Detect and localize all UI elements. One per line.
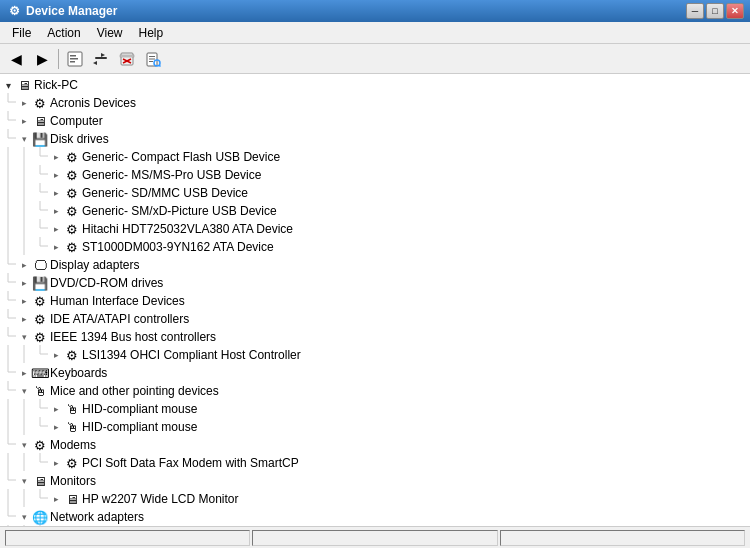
update-driver-button[interactable] xyxy=(89,47,113,71)
tree-expander-disk-drives[interactable]: ▾ xyxy=(16,131,32,147)
main-content: ▾ 🖥 Rick-PC ▸ ⚙ Acronis Devices ▸ 🖥 Comp… xyxy=(0,74,750,526)
tree-node-acronis[interactable]: ▸ ⚙ Acronis Devices xyxy=(0,94,750,112)
tree-expander-ms-pro[interactable]: ▸ xyxy=(48,167,64,183)
node-icon-st1000: ⚙ xyxy=(64,239,80,255)
tree-node-monitors[interactable]: ▾ 🖥 Monitors xyxy=(0,472,750,490)
node-icon-display-adapters: 🖵 xyxy=(32,257,48,273)
tree-expander-display-adapters[interactable]: ▸ xyxy=(16,257,32,273)
back-button[interactable]: ◀ xyxy=(4,47,28,71)
tree-expander-cf-usb[interactable]: ▸ xyxy=(48,149,64,165)
tree-expander-sm-xd[interactable]: ▸ xyxy=(48,203,64,219)
tree-node-dvd[interactable]: ▸ 💾 DVD/CD-ROM drives xyxy=(0,274,750,292)
window-title: Device Manager xyxy=(26,4,686,18)
status-panel-3 xyxy=(500,530,745,546)
menu-bar: File Action View Help xyxy=(0,22,750,44)
device-tree[interactable]: ▾ 🖥 Rick-PC ▸ ⚙ Acronis Devices ▸ 🖥 Comp… xyxy=(0,74,750,526)
node-label-hitachi: Hitachi HDT725032VLA380 ATA Device xyxy=(82,222,293,236)
tree-node-sm-xd[interactable]: ▸ ⚙ Generic- SM/xD-Picture USB Device xyxy=(0,202,750,220)
node-icon-sm-xd: ⚙ xyxy=(64,203,80,219)
node-icon-dvd: 💾 xyxy=(32,275,48,291)
node-label-computer: Computer xyxy=(50,114,103,128)
node-label-disk-drives: Disk drives xyxy=(50,132,109,146)
tree-node-ide[interactable]: ▸ ⚙ IDE ATA/ATAPI controllers xyxy=(0,310,750,328)
tree-node-hp-monitor[interactable]: ▸ 🖥 HP w2207 Wide LCD Monitor xyxy=(0,490,750,508)
tree-expander-lsi1394[interactable]: ▸ xyxy=(48,347,64,363)
tree-node-hid[interactable]: ▸ ⚙ Human Interface Devices xyxy=(0,292,750,310)
tree-expander-hitachi[interactable]: ▸ xyxy=(48,221,64,237)
tree-expander-computer[interactable]: ▸ xyxy=(16,113,32,129)
uninstall-button[interactable] xyxy=(115,47,139,71)
node-icon-hid-mouse2: 🖱 xyxy=(64,419,80,435)
tree-node-cf-usb[interactable]: ▸ ⚙ Generic- Compact Flash USB Device xyxy=(0,148,750,166)
menu-action[interactable]: Action xyxy=(39,24,88,42)
tree-expander-hid-mouse2[interactable]: ▸ xyxy=(48,419,64,435)
tree-expander-acronis[interactable]: ▸ xyxy=(16,95,32,111)
tree-expander-ide[interactable]: ▸ xyxy=(16,311,32,327)
node-icon-lsi1394: ⚙ xyxy=(64,347,80,363)
tree-node-st1000[interactable]: ▸ ⚙ ST1000DM003-9YN162 ATA Device xyxy=(0,238,750,256)
scan-icon xyxy=(145,51,161,67)
window-controls: ─ □ ✕ xyxy=(686,3,744,19)
svg-rect-3 xyxy=(70,61,75,63)
tree-expander-hid[interactable]: ▸ xyxy=(16,293,32,309)
menu-file[interactable]: File xyxy=(4,24,39,42)
tree-indent xyxy=(32,345,48,366)
node-label-keyboards: Keyboards xyxy=(50,366,107,380)
svg-rect-2 xyxy=(70,58,78,60)
tree-node-mice[interactable]: ▾ 🖱 Mice and other pointing devices xyxy=(0,382,750,400)
tree-node-ms-pro[interactable]: ▸ ⚙ Generic- MS/MS-Pro USB Device xyxy=(0,166,750,184)
tree-node-rick-pc[interactable]: ▾ 🖥 Rick-PC xyxy=(0,76,750,94)
node-label-ieee1394: IEEE 1394 Bus host controllers xyxy=(50,330,216,344)
node-label-acronis: Acronis Devices xyxy=(50,96,136,110)
tree-indent xyxy=(16,417,32,438)
tree-expander-sd-mmc[interactable]: ▸ xyxy=(48,185,64,201)
tree-node-hid-mouse2[interactable]: ▸ 🖱 HID-compliant mouse xyxy=(0,418,750,436)
svg-rect-11 xyxy=(149,58,155,59)
tree-expander-modems[interactable]: ▾ xyxy=(16,437,32,453)
maximize-button[interactable]: □ xyxy=(706,3,724,19)
tree-expander-hid-mouse1[interactable]: ▸ xyxy=(48,401,64,417)
tree-expander-pci-modem[interactable]: ▸ xyxy=(48,455,64,471)
tree-node-lsi1394[interactable]: ▸ ⚙ LSI1394 OHCI Compliant Host Controll… xyxy=(0,346,750,364)
menu-help[interactable]: Help xyxy=(131,24,172,42)
tree-expander-monitors[interactable]: ▾ xyxy=(16,473,32,489)
tree-expander-st1000[interactable]: ▸ xyxy=(48,239,64,255)
node-label-hid: Human Interface Devices xyxy=(50,294,185,308)
menu-view[interactable]: View xyxy=(89,24,131,42)
node-icon-disk-drives: 💾 xyxy=(32,131,48,147)
node-icon-ide: ⚙ xyxy=(32,311,48,327)
tree-expander-mice[interactable]: ▾ xyxy=(16,383,32,399)
tree-expander-hp-monitor[interactable]: ▸ xyxy=(48,491,64,507)
node-icon-rick-pc: 🖥 xyxy=(16,77,32,93)
tree-node-sd-mmc[interactable]: ▸ ⚙ Generic- SD/MMC USB Device xyxy=(0,184,750,202)
tree-node-computer[interactable]: ▸ 🖥 Computer xyxy=(0,112,750,130)
close-button[interactable]: ✕ xyxy=(726,3,744,19)
tree-expander-ieee1394[interactable]: ▾ xyxy=(16,329,32,345)
properties-button[interactable] xyxy=(63,47,87,71)
tree-node-display-adapters[interactable]: ▸ 🖵 Display adapters xyxy=(0,256,750,274)
svg-line-14 xyxy=(159,65,160,66)
tree-node-disk-drives[interactable]: ▾ 💾 Disk drives xyxy=(0,130,750,148)
forward-button[interactable]: ▶ xyxy=(30,47,54,71)
tree-node-modems[interactable]: ▾ ⚙ Modems xyxy=(0,436,750,454)
app-icon: ⚙ xyxy=(6,3,22,19)
tree-node-network[interactable]: ▾ 🌐 Network adapters xyxy=(0,508,750,526)
scan-button[interactable] xyxy=(141,47,165,71)
node-label-pci-modem: PCI Soft Data Fax Modem with SmartCP xyxy=(82,456,299,470)
node-label-ide: IDE ATA/ATAPI controllers xyxy=(50,312,189,326)
tree-node-keyboards[interactable]: ▸ ⌨ Keyboards xyxy=(0,364,750,382)
node-icon-ieee1394: ⚙ xyxy=(32,329,48,345)
node-label-cf-usb: Generic- Compact Flash USB Device xyxy=(82,150,280,164)
toolbar-separator xyxy=(58,49,59,69)
tree-expander-network[interactable]: ▾ xyxy=(16,509,32,525)
tree-node-hid-mouse1[interactable]: ▸ 🖱 HID-compliant mouse xyxy=(0,400,750,418)
tree-node-pci-modem[interactable]: ▸ ⚙ PCI Soft Data Fax Modem with SmartCP xyxy=(0,454,750,472)
tree-indent xyxy=(32,489,48,510)
node-label-hp-monitor: HP w2207 Wide LCD Monitor xyxy=(82,492,239,506)
node-label-lsi1394: LSI1394 OHCI Compliant Host Controller xyxy=(82,348,301,362)
minimize-button[interactable]: ─ xyxy=(686,3,704,19)
tree-expander-rick-pc[interactable]: ▾ xyxy=(0,77,16,93)
tree-node-ieee1394[interactable]: ▾ ⚙ IEEE 1394 Bus host controllers xyxy=(0,328,750,346)
tree-node-hitachi[interactable]: ▸ ⚙ Hitachi HDT725032VLA380 ATA Device xyxy=(0,220,750,238)
tree-expander-dvd[interactable]: ▸ xyxy=(16,275,32,291)
